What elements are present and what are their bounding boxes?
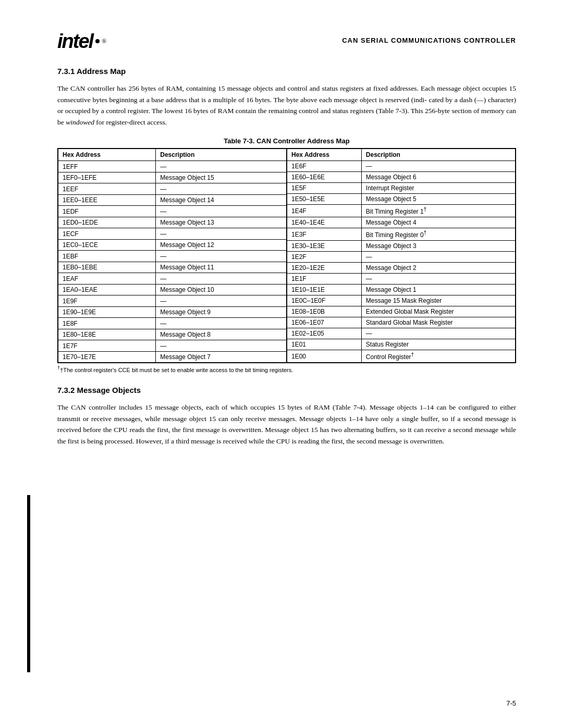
description-cell: Bit Timing Register 1† xyxy=(361,205,515,217)
table-caption: Table 7-3. CAN Controller Address Map xyxy=(224,137,349,145)
hex-address-cell: 1EE0–1EEE xyxy=(58,194,156,206)
description-cell: — xyxy=(361,274,515,285)
table-row: 1E90–1E9EMessage Object 9 xyxy=(58,306,287,318)
hex-address-cell: 1E20–1E2E xyxy=(287,263,362,274)
hex-address-cell: 1EDF xyxy=(58,206,156,217)
hex-address-cell: 1E01 xyxy=(287,339,362,350)
table-row: 1E50–1E5EMessage Object 5 xyxy=(287,194,516,205)
table-row: 1EB0–1EBEMessage Object 11 xyxy=(58,262,287,273)
description-cell: — xyxy=(156,161,287,172)
table-wrapper: Hex Address Description 1EFF—1EF0–1EFEMe… xyxy=(57,148,516,363)
hex-address-cell: 1E70–1E7E xyxy=(58,351,156,363)
page: intel® CAN SERIAL COMMUNICATIONS CONTROL… xyxy=(0,0,563,728)
description-cell: Message Object 12 xyxy=(156,239,287,251)
table-row: 1E0C–1E0FMessage 15 Mask Register xyxy=(287,295,516,306)
hex-address-cell: 1E50–1E5E xyxy=(287,194,362,205)
description-cell: Message Object 1 xyxy=(361,285,515,295)
description-cell: — xyxy=(156,340,287,352)
table-row: 1E8F— xyxy=(58,318,287,329)
table-row: 1EAF— xyxy=(58,273,287,285)
table-row: 1EDF— xyxy=(58,206,287,217)
table-row: 1E5FInterrupt Register xyxy=(287,183,516,194)
table-row: 1E70–1E7EMessage Object 7 xyxy=(58,351,287,363)
hex-address-cell: 1EB0–1EBE xyxy=(58,262,156,273)
table-row: 1EA0–1EAEMessage Object 10 xyxy=(58,284,287,295)
section-732-body: The CAN controller includes 15 message o… xyxy=(57,402,516,447)
description-cell: Control Register† xyxy=(361,350,515,363)
hex-address-cell: 1EAF xyxy=(58,273,156,285)
hex-address-cell: 1E0C–1E0F xyxy=(287,295,362,306)
description-cell: Message Object 11 xyxy=(156,262,287,273)
description-cell: Message Object 6 xyxy=(361,172,515,183)
hex-address-cell: 1E90–1E9E xyxy=(58,306,156,318)
description-cell: — xyxy=(156,273,287,285)
description-cell: Status Register xyxy=(361,339,515,350)
description-cell: — xyxy=(156,318,287,329)
description-cell: Message Object 3 xyxy=(361,241,515,252)
hex-address-cell: 1EF0–1EFE xyxy=(58,172,156,183)
description-cell: Message 15 Mask Register xyxy=(361,295,515,306)
description-cell: Interrupt Register xyxy=(361,183,515,194)
table-row: 1ECF— xyxy=(58,228,287,240)
table-right-header-row: Hex Address Description xyxy=(287,149,516,161)
page-number: 7-5 xyxy=(506,699,516,707)
table-row: 1EE0–1EEEMessage Object 14 xyxy=(58,194,287,206)
table-row: 1E08–1E0BExtended Global Mask Register xyxy=(287,306,516,317)
description-cell: — xyxy=(156,183,287,195)
description-cell: Message Object 9 xyxy=(156,306,287,318)
hex-address-cell: 1E02–1E05 xyxy=(287,328,362,339)
hex-address-cell: 1ECF xyxy=(58,228,156,240)
description-cell: — xyxy=(156,206,287,217)
hex-address-cell: 1E30–1E3E xyxy=(287,241,362,252)
hex-address-cell: 1EFF xyxy=(58,161,156,172)
header-title: CAN SERIAL COMMUNICATIONS CONTROLLER xyxy=(342,36,516,44)
hex-address-cell: 1E80–1E8E xyxy=(58,329,156,340)
table-row: 1EBF— xyxy=(58,251,287,262)
intel-dot-logo xyxy=(95,39,100,43)
hex-address-cell: 1E60–1E6E xyxy=(287,172,362,183)
table-row: 1E2F— xyxy=(287,252,516,263)
hex-address-cell: 1ED0–1EDE xyxy=(58,217,156,228)
table-footnote: ††The control register's CCE bit must be… xyxy=(57,365,293,373)
hex-address-cell: 1E40–1E4E xyxy=(287,217,362,228)
table-row: 1E20–1E2EMessage Object 2 xyxy=(287,263,516,274)
table-row: 1E3FBit Timing Register 0† xyxy=(287,228,516,241)
description-cell: Message Object 5 xyxy=(361,194,515,205)
description-cell: — xyxy=(156,295,287,307)
intel-wordmark: intel xyxy=(57,31,93,51)
table-row: 1E80–1E8EMessage Object 8 xyxy=(58,329,287,340)
description-cell: Bit Timing Register 0† xyxy=(361,228,515,241)
description-cell: Message Object 7 xyxy=(156,351,287,363)
description-cell: Message Object 14 xyxy=(156,194,287,206)
hex-address-cell: 1E1F xyxy=(287,274,362,285)
table-row: 1ED0–1EDEMessage Object 13 xyxy=(58,217,287,228)
intel-registered: ® xyxy=(102,38,106,45)
section-731-heading: 7.3.1 Address Map xyxy=(57,67,516,76)
hex-address-cell: 1E5F xyxy=(287,183,362,194)
section-731-body: The CAN controller has 256 bytes of RAM,… xyxy=(57,83,516,128)
description-cell: Message Object 8 xyxy=(156,329,287,340)
table-row: 1E06–1E07Standard Global Mask Register xyxy=(287,317,516,328)
hex-address-cell: 1E10–1E1E xyxy=(287,285,362,295)
table-row: 1EF0–1EFEMessage Object 15 xyxy=(58,172,287,183)
table-row: 1E4FBit Timing Register 1† xyxy=(287,205,516,217)
table-row: 1E30–1E3EMessage Object 3 xyxy=(287,241,516,252)
address-map-table-container: Table 7-3. CAN Controller Address Map He… xyxy=(57,137,516,373)
table-row: 1E00Control Register† xyxy=(287,350,516,363)
description-cell: Message Object 2 xyxy=(361,263,515,274)
hex-address-cell: 1E8F xyxy=(58,318,156,329)
table-row: 1E02–1E05— xyxy=(287,328,516,339)
description-cell: — xyxy=(361,252,515,263)
table-row: 1E40–1E4EMessage Object 4 xyxy=(287,217,516,228)
description-cell: Extended Global Mask Register xyxy=(361,306,515,317)
change-bar xyxy=(27,495,30,672)
description-cell: — xyxy=(156,251,287,262)
hex-address-cell: 1E06–1E07 xyxy=(287,317,362,328)
hex-address-cell: 1E7F xyxy=(58,340,156,352)
hex-address-cell: 1EC0–1ECE xyxy=(58,239,156,251)
hex-address-cell: 1EA0–1EAE xyxy=(58,284,156,295)
hex-address-cell: 1E2F xyxy=(287,252,362,263)
hex-address-cell: 1E6F xyxy=(287,161,362,172)
table-row: 1E01Status Register xyxy=(287,339,516,350)
table-row: 1E60–1E6EMessage Object 6 xyxy=(287,172,516,183)
